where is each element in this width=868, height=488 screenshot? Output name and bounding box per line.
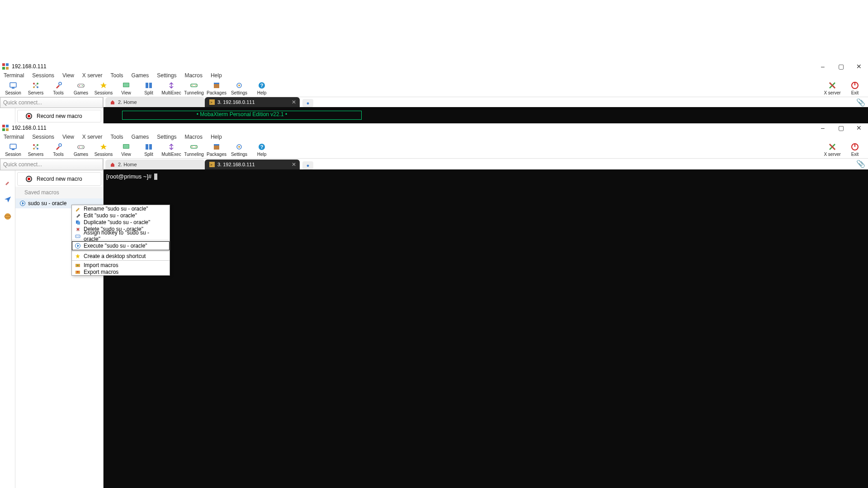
menu-macros[interactable]: Macros (183, 133, 204, 141)
menu-help[interactable]: Help (209, 72, 224, 79)
tb-multiexec[interactable]: MultiExec (160, 81, 183, 95)
tb-view[interactable]: View (115, 81, 137, 95)
record-macro-button[interactable]: Record new macro (17, 172, 101, 186)
titlebar: 192.168.0.111 – ▢ ✕ (0, 123, 868, 132)
tb-help[interactable]: ?Help (250, 143, 273, 157)
minimize-button[interactable]: – (819, 124, 826, 131)
menu-settings[interactable]: Settings (155, 133, 178, 141)
tb-servers[interactable]: Servers (24, 143, 47, 157)
svg-rect-19 (146, 83, 148, 88)
tb-split[interactable]: Split (137, 81, 160, 95)
tb-sessions[interactable]: Sessions (92, 143, 115, 157)
tools-tab-icon[interactable] (3, 178, 12, 187)
wrench-icon (75, 212, 81, 219)
menu-xserver[interactable]: X server (80, 133, 104, 141)
tb-exit[interactable]: Exit (844, 81, 866, 95)
quick-connect-input[interactable]: Quick connect... (0, 159, 103, 170)
cm-shortcut[interactable]: Create a desktop shortcut (72, 253, 170, 259)
menu-view[interactable]: View (61, 133, 76, 141)
menu-terminal[interactable]: Terminal (2, 133, 26, 141)
tb-tools[interactable]: Tools (47, 81, 70, 95)
svg-rect-60 (214, 144, 219, 145)
menu-games[interactable]: Games (130, 133, 151, 141)
main-area: 2. Home > 3. 192.168.0.111 ✕ ● 📎 [root@p… (104, 159, 868, 488)
tb-exit[interactable]: Exit (844, 143, 866, 157)
tb-split[interactable]: Split (137, 143, 160, 157)
globe-icon[interactable] (3, 212, 12, 221)
tb-games[interactable]: Games (70, 81, 92, 95)
tab-bar: 2. Home > 3. 192.168.0.111 ✕ ● 📎 (104, 159, 868, 169)
tab-add-button[interactable]: ● (302, 99, 313, 107)
toolbar: Session Servers Tools Games Sessions Vie… (0, 141, 868, 159)
send-icon[interactable] (3, 195, 12, 204)
tb-tunneling[interactable]: Tunneling (183, 143, 205, 157)
svg-rect-18 (123, 83, 129, 87)
svg-rect-1 (6, 63, 9, 66)
tb-help[interactable]: ?Help (250, 81, 273, 95)
menu-macros[interactable]: Macros (183, 72, 204, 79)
tb-session[interactable]: Session (2, 143, 24, 157)
tb-tools[interactable]: Tools (47, 143, 70, 157)
menu-sessions[interactable]: Sessions (30, 133, 56, 141)
menu-view[interactable]: View (61, 72, 76, 79)
tb-servers[interactable]: Servers (24, 81, 47, 95)
maximize-button[interactable]: ▢ (837, 124, 844, 131)
close-button[interactable]: ✕ (855, 63, 863, 70)
svg-rect-3 (6, 67, 9, 70)
tb-games[interactable]: Games (70, 143, 92, 157)
tb-xserver[interactable]: X server (821, 143, 844, 157)
menu-sessions[interactable]: Sessions (30, 72, 56, 79)
tb-packages[interactable]: Packages (205, 81, 228, 95)
cm-execute[interactable]: Execute "sudo su - oracle" (72, 241, 170, 250)
cm-duplicate[interactable]: Duplicate "sudo su - oracle" (72, 219, 170, 225)
terminal-2[interactable]: [root@primus ~]# (104, 169, 868, 488)
main-area: 2. Home > 3. 192.168.0.111 ✕ ● 📎 • MobaX… (104, 97, 868, 123)
menu-games[interactable]: Games (130, 72, 151, 79)
record-macro-label: Record new macro (37, 176, 82, 182)
svg-point-77 (78, 236, 79, 237)
menu-settings[interactable]: Settings (155, 72, 178, 79)
terminal-1[interactable]: • MobaXterm Personal Edition v22.1 • (104, 107, 868, 123)
tab-home[interactable]: 2. Home (105, 97, 205, 107)
paperclip-icon[interactable]: 📎 (856, 160, 865, 168)
cm-hotkey[interactable]: Assign hotkey to "sudo su - oracle" (72, 232, 170, 239)
tb-view[interactable]: View (115, 143, 137, 157)
menu-help[interactable]: Help (209, 133, 224, 141)
tb-xserver[interactable]: X server (821, 81, 844, 95)
tab-session[interactable]: > 3. 192.168.0.111 ✕ (205, 97, 300, 107)
paperclip-icon[interactable]: 📎 (856, 98, 865, 107)
tb-packages[interactable]: Packages (205, 143, 228, 157)
svg-rect-53 (123, 145, 129, 148)
cm-export[interactable]: Export macros (72, 268, 170, 275)
menu-tools[interactable]: Tools (109, 72, 125, 79)
tb-settings[interactable]: Settings (228, 81, 250, 95)
svg-rect-40 (12, 149, 14, 150)
tb-settings[interactable]: Settings (228, 143, 250, 157)
quick-connect-input[interactable]: Quick connect... (0, 97, 103, 108)
tab-close-icon[interactable]: ✕ (292, 99, 296, 105)
cm-import[interactable]: Import macros (72, 262, 170, 268)
minimize-button[interactable]: – (819, 63, 826, 70)
svg-rect-25 (214, 83, 219, 84)
execute-icon (75, 243, 81, 249)
maximize-button[interactable]: ▢ (837, 63, 844, 70)
tab-close-icon[interactable]: ✕ (292, 161, 296, 168)
svg-rect-35 (2, 125, 5, 127)
tb-sessions[interactable]: Sessions (92, 81, 115, 95)
tab-home[interactable]: 2. Home (105, 160, 205, 169)
cm-rename[interactable]: Rename "sudo su - oracle" (72, 205, 170, 212)
tab-add-button[interactable]: ● (302, 161, 313, 169)
svg-rect-4 (10, 83, 16, 87)
tb-multiexec[interactable]: MultiExec (160, 143, 183, 157)
tb-session[interactable]: Session (2, 81, 24, 95)
folder-import-icon (75, 262, 81, 268)
tab-session[interactable]: > 3. 192.168.0.111 ✕ (205, 160, 300, 169)
menu-terminal[interactable]: Terminal (2, 72, 26, 79)
record-macro-button[interactable]: Record new macro (17, 110, 101, 122)
tb-tunneling[interactable]: Tunneling (183, 81, 205, 95)
window-title: 192.168.0.111 (12, 125, 819, 131)
menu-tools[interactable]: Tools (109, 133, 125, 141)
cm-edit[interactable]: Edit "sudo su - oracle" (72, 212, 170, 219)
close-button[interactable]: ✕ (855, 124, 863, 131)
menu-xserver[interactable]: X server (80, 72, 104, 79)
